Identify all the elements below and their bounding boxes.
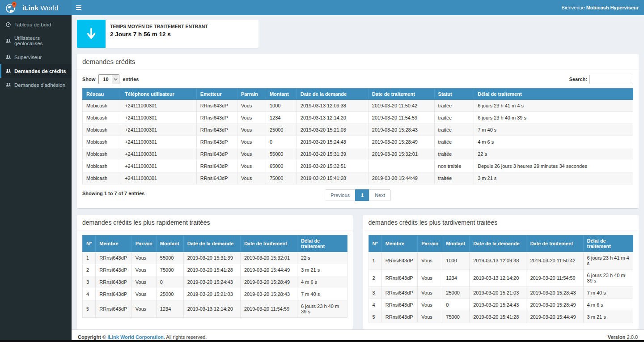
sidebar-item-label: Demandes de crédits <box>14 68 66 74</box>
column-header[interactable]: Membre <box>381 235 417 252</box>
table-cell: 2019-03-20 15:44:49 <box>526 311 583 323</box>
column-header[interactable]: Parrain <box>237 89 266 100</box>
table-cell: 25000 <box>156 288 183 300</box>
column-header[interactable]: Emetteur <box>196 89 237 100</box>
table-cell: traitée <box>434 112 474 124</box>
brand-link[interactable]: iLink World <box>0 0 72 15</box>
table-cell: Vous <box>237 136 266 148</box>
column-header[interactable]: Date de traitement <box>526 235 583 252</box>
table-cell: non traitée <box>434 160 474 172</box>
table-cell: 25000 <box>442 287 470 299</box>
fastest-processed-table: N°MembreParrainMontantDate de la demande… <box>82 235 347 318</box>
column-header[interactable]: Date de la demande <box>470 235 526 252</box>
table-cell: 1000 <box>442 252 470 269</box>
table-cell: 2019-03-20 15:24:43 <box>183 276 240 288</box>
table-cell: RRnsi643dP <box>381 269 417 287</box>
table-cell: 1234 <box>442 269 470 287</box>
sidebar-item-superviseur[interactable]: Superviseur <box>0 50 72 64</box>
column-header[interactable]: Date de la demande <box>183 235 240 252</box>
sidebar-toggle-button[interactable] <box>72 0 86 15</box>
column-header[interactable]: N° <box>369 235 381 252</box>
table-row: Mobicash+24111000301RRnsi643dPVous123420… <box>83 112 633 124</box>
table-cell: 2019-03-20 15:44:49 <box>240 264 297 276</box>
table-cell: 6 jours 23 h 40 m 39 s <box>583 269 633 287</box>
stat-card-label: TEMPS MOYEN DE TRAITEMENT ENTRANT <box>110 24 208 29</box>
column-header[interactable]: Membre <box>96 235 131 252</box>
column-header[interactable]: N° <box>83 235 96 252</box>
column-header[interactable]: Délai de traitement <box>583 235 633 252</box>
table-cell: 3 <box>83 276 96 288</box>
column-header[interactable]: Délai de traitement <box>474 89 633 100</box>
table-cell: 0 <box>156 276 183 288</box>
table-cell: 4 m 6 s <box>297 276 347 288</box>
table-cell: Vous <box>418 299 442 311</box>
pagination-previous-button[interactable]: Previous <box>325 189 356 201</box>
table-row: 5RRnsi643dPVous12342019-03-13 12:14:2020… <box>83 300 347 318</box>
column-header[interactable]: Date de traitement <box>240 235 297 252</box>
pagination-page-1-button[interactable]: 1 <box>355 189 369 201</box>
column-header[interactable]: Date de traitement <box>368 89 434 100</box>
table-cell: 2019-03-20 15:21:03 <box>470 287 526 299</box>
brand-name: iLink World <box>22 4 58 12</box>
table-cell: 22 s <box>474 148 633 160</box>
table-cell: Vous <box>237 124 266 136</box>
users-icon <box>5 38 11 44</box>
globe-pin-logo-icon <box>4 1 18 14</box>
column-header[interactable]: Statut <box>434 89 474 100</box>
column-header[interactable]: Montant <box>266 89 297 100</box>
table-cell: 75000 <box>266 172 297 184</box>
pagination-next-button[interactable]: Next <box>369 189 391 201</box>
column-header[interactable]: Date de la demande <box>297 89 368 100</box>
table-cell: Mobicash <box>83 136 121 148</box>
table-cell: +24111000301 <box>121 148 197 160</box>
table-cell: 55000 <box>156 252 183 264</box>
table-cell: +24111000301 <box>121 172 197 184</box>
table-cell: 6 jours 23 h 41 m 4 s <box>474 100 633 112</box>
column-header[interactable]: Réseau <box>83 89 121 100</box>
table-cell: 2019-03-20 11:54:59 <box>368 112 434 124</box>
column-header[interactable]: Parrain <box>131 235 156 252</box>
table-cell: traitée <box>434 124 474 136</box>
table-cell: 5 <box>83 300 96 318</box>
table-cell: 4 m 6 s <box>474 136 633 148</box>
column-header[interactable]: Délai de traitement <box>297 235 347 252</box>
users-icon <box>5 54 11 60</box>
stat-card-value: 2 Jours 7 h 56 m 12 s <box>110 31 208 38</box>
table-cell: RRnsi643dP <box>381 299 417 311</box>
table-cell: 7 m 40 s <box>583 287 633 299</box>
table-cell: Vous <box>237 112 266 124</box>
table-cell: 1234 <box>156 300 183 318</box>
table-cell: traitée <box>434 100 474 112</box>
sidebar-item-utilisateurs-g-olocalis-s[interactable]: Utilisateurs géolocalisés <box>0 31 72 50</box>
table-row: 4RRnsi643dPVous250002019-03-20 15:21:032… <box>83 288 347 300</box>
table-cell: RRnsi643dP <box>196 124 237 136</box>
column-header[interactable]: Parrain <box>418 235 442 252</box>
sidebar-item-demandes-de-cr-dits[interactable]: Demandes de crédits <box>0 64 72 78</box>
sidebar: Tableau de bordUtilisateurs géolocalisés… <box>0 15 72 340</box>
table-cell: Mobicash <box>83 172 121 184</box>
company-link[interactable]: iLink World Corporation. <box>107 334 165 340</box>
search-input[interactable] <box>589 75 633 84</box>
table-cell: 2019-03-13 12:09:38 <box>470 252 526 269</box>
table-cell: +24111000301 <box>121 100 197 112</box>
column-header[interactable]: Téléphone utilisateur <box>121 89 197 100</box>
table-cell: 2019-03-20 15:28:49 <box>526 299 583 311</box>
table-cell: 2019-03-20 15:28:43 <box>240 288 297 300</box>
table-cell: Vous <box>131 288 156 300</box>
page-size-select[interactable]: 10 <box>98 74 119 84</box>
table-cell: Vous <box>131 252 156 264</box>
table-row: 2RRnsi643dPVous750002019-03-20 15:41:282… <box>83 264 347 276</box>
table-cell: Vous <box>131 276 156 288</box>
sidebar-item-tableau-de-bord[interactable]: Tableau de bord <box>0 17 72 31</box>
welcome-message: Bienvenue Mobicash Hyperviseur <box>562 0 639 15</box>
table-cell: Mobicash <box>83 112 121 124</box>
pagination: Previous 1 Next <box>82 189 633 201</box>
table-cell: Mobicash <box>83 100 121 112</box>
table-row: Mobicash+24111000301RRnsi643dPVous750002… <box>83 172 633 184</box>
table-cell: 2019-03-20 15:28:43 <box>368 124 434 136</box>
table-cell: RRnsi643dP <box>96 252 131 264</box>
column-header[interactable]: Montant <box>156 235 183 252</box>
window-bottom-edge <box>0 340 644 342</box>
sidebar-item-demandes-d-adh-sion[interactable]: Demandes d'adhésion <box>0 78 72 92</box>
column-header[interactable]: Montant <box>442 235 470 252</box>
